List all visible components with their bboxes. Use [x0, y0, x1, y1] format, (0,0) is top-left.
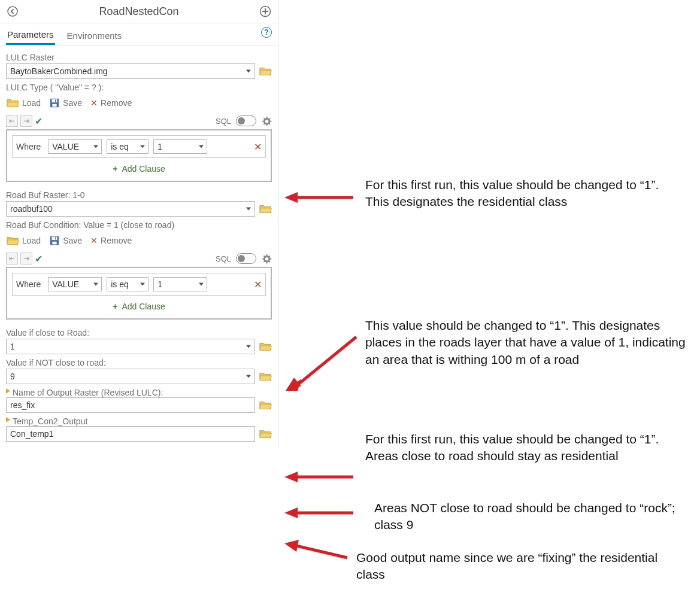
query-controls: ⇤ ⇥ ✔ SQL — [6, 113, 272, 129]
output-name-label: Name of Output Raster (Revised LULC): — [13, 388, 163, 397]
roadbuf-raster-input[interactable]: roadbuf100 — [6, 201, 255, 217]
svg-line-16 — [296, 546, 347, 558]
roadbuf-cond-label: Road Buf Condition: Value = 1 (close to … — [6, 217, 272, 231]
clause-value-dropdown[interactable]: 1 — [153, 139, 207, 154]
clause-operator-dropdown[interactable]: is eq — [107, 139, 149, 154]
save-button[interactable]: Save — [49, 235, 82, 246]
where-label: Where — [16, 279, 43, 289]
indent-left-icon[interactable]: ⇤ — [6, 115, 18, 127]
arrow-icon — [284, 332, 362, 392]
help-icon[interactable]: ? — [261, 27, 272, 38]
val-notclose-label: Value if NOT close to road: — [6, 354, 272, 369]
indent-right-icon[interactable]: ⇥ — [20, 115, 32, 127]
back-icon[interactable] — [6, 5, 19, 18]
query-builder-2: Where VALUE is eq 1 ✕ + Add Clause — [6, 267, 272, 320]
query-builder-1: Where VALUE is eq 1 ✕ + Add Clause — [6, 129, 272, 182]
remove-label: Remove — [101, 236, 132, 245]
sql-toggle[interactable] — [236, 253, 256, 264]
remove-clause-icon[interactable]: ✕ — [254, 141, 262, 153]
remove-label: Remove — [101, 98, 132, 108]
gear-icon[interactable] — [261, 253, 272, 264]
save-icon — [49, 235, 60, 246]
remove-button[interactable]: ✕ Remove — [90, 236, 132, 245]
val-notclose-input[interactable]: 9 — [6, 369, 255, 384]
roadbuf-raster-label: Road Buf Raster: 1-0 — [6, 187, 272, 201]
val-close-input[interactable]: 1 — [6, 339, 255, 354]
tab-environments[interactable]: Environments — [66, 28, 123, 44]
plus-icon: + — [113, 164, 117, 174]
arrow-icon — [284, 506, 356, 520]
output-name-input[interactable]: res_fix — [6, 397, 255, 413]
lulc-raster-input[interactable]: BaytoBakerCombined.img — [6, 63, 255, 79]
svg-marker-15 — [284, 507, 298, 518]
annotation-text: Good output name since we are “fixing” t… — [356, 549, 680, 583]
clause-value-dropdown[interactable]: 1 — [153, 277, 207, 291]
add-icon[interactable] — [259, 5, 272, 18]
save-button[interactable]: Save — [49, 98, 82, 108]
add-clause-label: Add Clause — [122, 164, 165, 174]
title-bar: RoadNestedCon — [0, 0, 278, 23]
sql-label: SQL — [216, 117, 231, 126]
load-label: Load — [22, 98, 41, 108]
browse-icon[interactable] — [259, 203, 272, 215]
load-label: Load — [22, 236, 41, 245]
folder-open-icon — [6, 97, 19, 109]
annotation-text: Areas NOT close to road should be change… — [374, 500, 686, 534]
arrow-icon — [284, 540, 350, 564]
validate-icon[interactable]: ✔ — [35, 253, 43, 265]
save-label: Save — [63, 98, 82, 108]
warning-flag-icon — [6, 388, 10, 397]
warning-flag-icon — [6, 417, 10, 425]
tool-panel: RoadNestedCon Parameters Environments ? … — [0, 0, 278, 448]
load-button[interactable]: Load — [6, 97, 41, 109]
x-icon: ✕ — [90, 98, 98, 108]
tool-title: RoadNestedCon — [19, 5, 259, 18]
expression-toolbar-2: Load Save ✕ Remove — [6, 231, 272, 250]
clause-operator-dropdown[interactable]: is eq — [107, 277, 149, 291]
svg-marker-8 — [284, 192, 298, 203]
tab-parameters[interactable]: Parameters — [6, 27, 55, 45]
x-icon: ✕ — [90, 236, 98, 245]
plus-icon: + — [113, 302, 117, 311]
clause-row: Where VALUE is eq 1 ✕ — [12, 135, 266, 158]
arrow-icon — [284, 190, 356, 205]
add-clause-button[interactable]: + Add Clause — [12, 158, 266, 176]
lulc-raster-label: LULC Raster — [6, 49, 272, 63]
tabs-row: Parameters Environments ? — [0, 23, 278, 45]
svg-marker-17 — [284, 540, 299, 552]
browse-icon[interactable] — [259, 428, 272, 440]
folder-open-icon — [6, 235, 19, 247]
temp-output-input[interactable]: Con_temp1 — [6, 426, 255, 442]
add-clause-button[interactable]: + Add Clause — [12, 296, 266, 314]
clause-field-dropdown[interactable]: VALUE — [48, 139, 102, 154]
add-clause-label: Add Clause — [122, 302, 165, 311]
sql-label: SQL — [216, 254, 231, 263]
validate-icon[interactable]: ✔ — [35, 115, 43, 127]
browse-icon[interactable] — [259, 65, 272, 77]
svg-marker-13 — [284, 472, 298, 482]
indent-left-icon[interactable]: ⇤ — [6, 253, 18, 265]
arrow-icon — [284, 470, 356, 484]
temp-output-label: Temp_Con2_Output — [13, 417, 87, 426]
annotation-text: For this first run, this value should be… — [365, 177, 677, 211]
where-label: Where — [16, 142, 43, 151]
clause-row: Where VALUE is eq 1 ✕ — [12, 273, 266, 296]
val-close-label: Value if close to Road: — [6, 324, 272, 339]
browse-icon[interactable] — [259, 399, 272, 411]
remove-clause-icon[interactable]: ✕ — [254, 279, 262, 290]
svg-line-9 — [298, 337, 356, 385]
save-label: Save — [63, 236, 82, 245]
annotation-text: This value should be changed to “1”. Thi… — [365, 317, 689, 368]
lulc-type-label: LULC Type ( "Value" = ? ): — [6, 79, 272, 93]
sql-toggle[interactable] — [236, 115, 256, 126]
browse-icon[interactable] — [259, 370, 272, 382]
gear-icon[interactable] — [261, 115, 272, 126]
clause-field-dropdown[interactable]: VALUE — [48, 277, 102, 291]
svg-point-5 — [8, 7, 17, 16]
save-icon — [49, 98, 60, 108]
remove-button[interactable]: ✕ Remove — [90, 98, 132, 108]
indent-right-icon[interactable]: ⇥ — [20, 253, 32, 265]
expression-toolbar: Load Save ✕ Remove — [6, 93, 272, 113]
load-button[interactable]: Load — [6, 235, 41, 247]
browse-icon[interactable] — [259, 341, 272, 352]
